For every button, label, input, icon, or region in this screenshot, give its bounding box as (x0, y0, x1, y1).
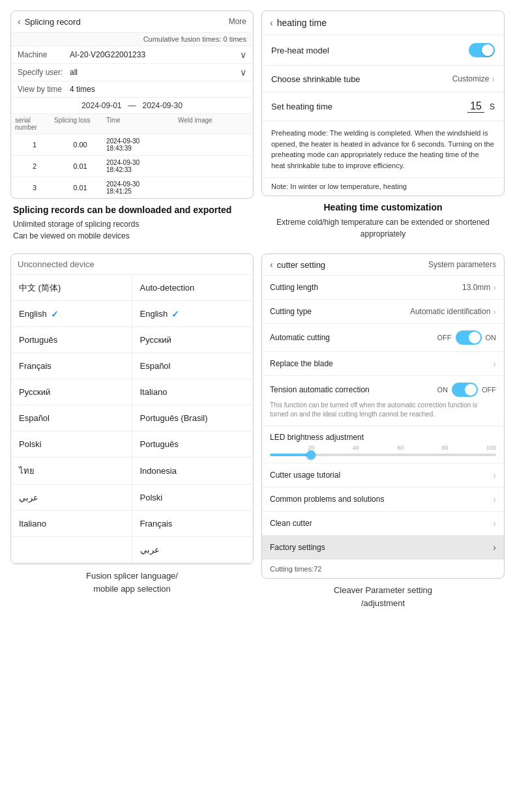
clean-cutter-chevron: › (493, 518, 496, 529)
tension-off-label: OFF (482, 386, 496, 394)
auto-cutting-row: Automatic cutting OFF ON (262, 324, 504, 352)
sr-header-left: ‹ Splicing record (18, 16, 81, 27)
list-item[interactable]: عربي (11, 485, 132, 511)
date-to[interactable]: 2024-09-30 (143, 101, 183, 110)
sr-header: ‹ Splicing record More (11, 11, 253, 33)
cutting-length-label: Cutting length (270, 283, 462, 292)
clean-cutter-label: Clean cutter (270, 519, 493, 528)
machine-label: Machine (18, 50, 70, 59)
row2-serial: 2 (15, 162, 54, 170)
on-label: ON (486, 334, 497, 341)
specify-user-dropdown-icon[interactable]: ∨ (240, 67, 246, 78)
off-label: OFF (437, 334, 452, 341)
view-by-time-row: View by time 4 times (11, 81, 253, 98)
caption-top-right: Heating time customization Extreme cold/… (261, 196, 505, 243)
col-weld: Weld image (178, 117, 249, 131)
common-problems-chevron: › (493, 494, 496, 504)
list-item[interactable]: Italiano (11, 511, 132, 537)
list-item[interactable]: Polski (11, 431, 132, 457)
clean-cutter-row[interactable]: Clean cutter › (262, 512, 504, 536)
caption-bottom-left-title: Fusion splicer language/mobile app selec… (13, 570, 251, 595)
replace-blade-value[interactable]: › (493, 358, 496, 369)
splicing-record-card: ‹ Splicing record More Cumulative fusion… (10, 10, 254, 199)
led-thumb[interactable] (306, 450, 316, 459)
list-item[interactable]: Polski (132, 485, 254, 511)
col-loss: Splicing loss (54, 117, 106, 131)
row1-serial: 1 (15, 141, 54, 149)
list-item[interactable]: Español (132, 353, 254, 379)
cutting-length-value[interactable]: 13.0mm › (462, 282, 496, 293)
tension-on-label: ON (437, 386, 449, 394)
ht-back-icon[interactable]: ‹ (270, 18, 273, 28)
replace-blade-chevron: › (493, 358, 496, 369)
preheat-toggle[interactable] (469, 43, 495, 57)
list-item[interactable]: Français (132, 511, 254, 537)
list-item[interactable]: Indonesia (132, 457, 254, 485)
common-problems-row[interactable]: Common problems and solutions › (262, 487, 504, 512)
back-icon[interactable]: ‹ (18, 16, 21, 27)
replace-blade-label: Replace the blade (270, 359, 493, 368)
cutter-tutorial-row[interactable]: Cutter usage tutorial › (262, 463, 504, 487)
list-item[interactable]: Português (132, 431, 254, 457)
heating-time-value[interactable]: 15 (467, 100, 484, 113)
ht-note: Note: In winter or low temperature, heat… (262, 178, 504, 196)
list-item[interactable]: عربي (132, 537, 254, 563)
heating-time-unit: S (490, 102, 495, 111)
cutting-length-row: Cutting length 13.0mm › (262, 276, 504, 300)
table-row: 1 0.00 2024-09-3018:43:39 (11, 134, 253, 156)
factory-settings-row[interactable]: Factory settings › (262, 536, 504, 560)
ht-title: heating time (277, 18, 327, 28)
cs-back-icon[interactable]: ‹ (270, 259, 273, 270)
shrinkable-value[interactable]: Customize › (452, 74, 495, 84)
machine-dropdown-icon[interactable]: ∨ (240, 50, 246, 60)
language-card: Unconnected device 中文 (简体) Auto-detectio… (10, 254, 254, 564)
list-item[interactable]: Auto-detection (132, 275, 254, 301)
ht-description: Preheating mode: The welding is complete… (262, 121, 504, 178)
list-item[interactable]: Français (11, 353, 132, 379)
caption-bottom-right-title: Cleaver Parameter setting/adjustment (264, 584, 502, 609)
led-label: LED brightness adjustment (270, 433, 364, 442)
led-track[interactable] (270, 454, 496, 456)
list-item[interactable]: English✓ (11, 301, 132, 327)
list-item[interactable] (11, 537, 132, 563)
shrinkable-row: Choose shrinkable tube Customize › (262, 66, 504, 93)
bottom-right-cell: ‹ cutter setting System parameters Cutti… (258, 250, 508, 617)
view-by-time-value: 4 times (70, 85, 246, 94)
check-icon: ✓ (51, 309, 59, 319)
cs-title: cutter setting (277, 260, 325, 270)
heating-time-control[interactable]: 15 S (467, 100, 495, 113)
row3-serial: 3 (15, 184, 54, 192)
top-left-cell: ‹ Splicing record More Cumulative fusion… (7, 7, 258, 250)
date-from[interactable]: 2024-09-01 (81, 101, 121, 110)
list-item[interactable]: 中文 (简体) (11, 275, 132, 301)
led-row: LED brightness adjustment 20 40 60 80 10… (262, 426, 504, 463)
sr-table-header: serial number Splicing loss Time Weld im… (11, 114, 253, 134)
col-serial: serial number (15, 117, 54, 131)
tension-row-top: Tension automatic correction ON OFF (270, 383, 496, 397)
machine-row: Machine AI-20·V20G22001233 ∨ (11, 46, 253, 64)
list-item[interactable]: Português (Brasil) (132, 405, 254, 431)
led-slider[interactable]: 20 40 60 80 100 (270, 444, 496, 456)
list-item[interactable]: Русский (11, 379, 132, 405)
sr-title: Splicing record (25, 17, 81, 27)
main-grid: ‹ Splicing record More Cumulative fusion… (0, 0, 515, 624)
auto-cutting-toggle[interactable] (456, 330, 482, 345)
list-item[interactable]: Italiano (132, 379, 254, 405)
list-item[interactable]: Português (11, 327, 132, 353)
list-item[interactable]: English✓ (132, 301, 254, 327)
row3-loss: 0.01 (54, 184, 106, 192)
list-item[interactable]: Русский (132, 327, 254, 353)
list-item[interactable]: Español (11, 405, 132, 431)
table-row: 2 0.01 2024-09-3018:42:33 (11, 156, 253, 177)
cs-system-params[interactable]: System parameters (428, 260, 496, 269)
tension-toggle[interactable] (452, 383, 478, 397)
tension-desc: This function can be turned off when the… (270, 401, 496, 419)
date-range: 2024-09-01 — 2024-09-30 (11, 98, 253, 114)
top-right-cell: ‹ heating time Pre-heat model Choose shr… (258, 7, 508, 250)
preheat-label: Pre-heat model (271, 46, 329, 55)
cumulative-bar: Cumulative fusion times: 0 times (11, 33, 253, 46)
caption-top-right-title: Heating time customization (264, 201, 502, 213)
sr-more-btn[interactable]: More (229, 17, 246, 26)
list-item[interactable]: ไทย (11, 457, 132, 485)
cutting-type-value[interactable]: Automatic identification › (410, 306, 496, 317)
